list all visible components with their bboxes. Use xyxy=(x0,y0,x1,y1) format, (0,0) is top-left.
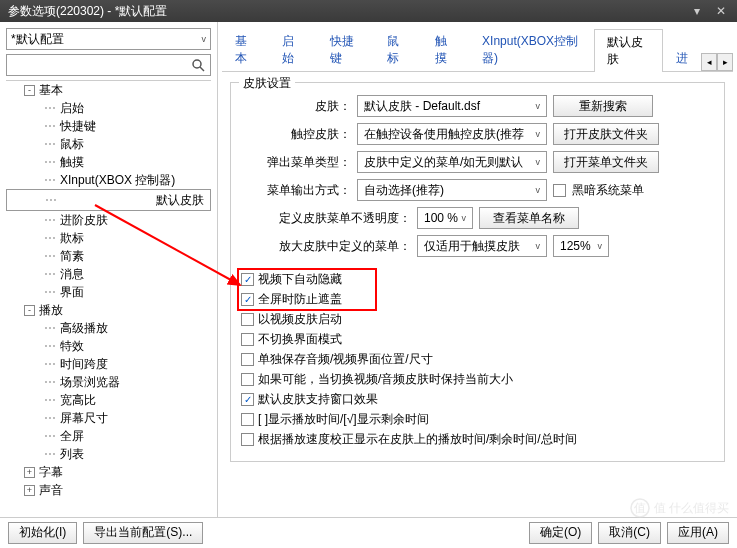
collapse-icon[interactable]: - xyxy=(24,85,35,96)
tree-item[interactable]: ⋯进阶皮肤 xyxy=(6,211,211,229)
minimize-button[interactable]: ▾ xyxy=(685,2,709,20)
tree-item[interactable]: ⋯屏幕尺寸 xyxy=(6,409,211,427)
tree-item[interactable]: ⋯简素 xyxy=(6,247,211,265)
settings-pane: 皮肤设置 皮肤： 默认皮肤 - Default.dsfv 重新搜索 触控皮肤： … xyxy=(218,72,737,517)
tab[interactable]: 快捷键 xyxy=(317,28,375,71)
tree-item[interactable]: ⋯消息 xyxy=(6,265,211,283)
chevron-down-icon: v xyxy=(536,157,541,167)
tab-scroll-left[interactable]: ◂ xyxy=(701,53,717,71)
collapse-icon[interactable]: - xyxy=(24,305,35,316)
checkbox[interactable] xyxy=(241,413,254,426)
tab[interactable]: 启始 xyxy=(269,28,316,71)
init-button[interactable]: 初始化(I) xyxy=(8,522,77,544)
tree-item[interactable]: +字幕 xyxy=(6,463,211,481)
tree-item-label: 全屏 xyxy=(60,428,84,445)
menu-type-select[interactable]: 皮肤中定义的菜单/如无则默认v xyxy=(357,151,547,173)
tree-item-label: 宽高比 xyxy=(60,392,96,409)
svg-point-0 xyxy=(193,60,201,68)
sidebar: *默认配置 v -基本⋯启始⋯快捷键⋯鼠标⋯触摸⋯XInput(XBOX 控制器… xyxy=(0,22,218,517)
tree-item-label: 默认皮肤 xyxy=(156,192,204,209)
touch-skin-label: 触控皮肤： xyxy=(241,126,351,143)
checkbox[interactable]: ✓ xyxy=(241,293,254,306)
close-button[interactable]: ✕ xyxy=(709,2,733,20)
tree-item-label: 快捷键 xyxy=(60,118,96,135)
checkbox[interactable] xyxy=(241,373,254,386)
open-menu-folder-button[interactable]: 打开菜单文件夹 xyxy=(553,151,659,173)
tab[interactable]: 鼠标 xyxy=(374,28,421,71)
menu-output-select[interactable]: 自动选择(推荐)v xyxy=(357,179,547,201)
open-skin-folder-button[interactable]: 打开皮肤文件夹 xyxy=(553,123,659,145)
search-icon[interactable] xyxy=(189,56,207,74)
tree-item-label: 列表 xyxy=(60,446,84,463)
tree-item[interactable]: ⋯特效 xyxy=(6,337,211,355)
view-menu-names-button[interactable]: 查看菜单名称 xyxy=(479,207,579,229)
dark-menu-checkbox[interactable] xyxy=(553,184,566,197)
tab[interactable]: 进 xyxy=(663,45,701,71)
tree-item[interactable]: -播放 xyxy=(6,301,211,319)
zoom-label: 放大皮肤中定义的菜单： xyxy=(241,238,411,255)
checkbox-row: ✓默认皮肤支持窗口效果 xyxy=(241,391,714,408)
checkbox[interactable]: ✓ xyxy=(241,273,254,286)
tree-item-label: 高级播放 xyxy=(60,320,108,337)
tree-item[interactable]: ⋯界面 xyxy=(6,283,211,301)
checkbox[interactable] xyxy=(241,353,254,366)
category-tree[interactable]: -基本⋯启始⋯快捷键⋯鼠标⋯触摸⋯XInput(XBOX 控制器)⋯默认皮肤⋯进… xyxy=(6,80,211,517)
cancel-button[interactable]: 取消(C) xyxy=(598,522,661,544)
checkbox-row: 以视频皮肤启动 xyxy=(241,311,714,328)
tree-item[interactable]: ⋯高级播放 xyxy=(6,319,211,337)
tree-item-label: 鼠标 xyxy=(60,136,84,153)
tree-item[interactable]: ⋯启始 xyxy=(6,99,211,117)
tree-item-label: 欺标 xyxy=(60,230,84,247)
checkbox-label: 单独保存音频/视频界面位置/尺寸 xyxy=(258,351,433,368)
tree-item[interactable]: ⋯全屏 xyxy=(6,427,211,445)
chevron-down-icon: v xyxy=(202,34,207,44)
checkbox[interactable]: ✓ xyxy=(241,393,254,406)
checkbox[interactable] xyxy=(241,433,254,446)
tree-item[interactable]: ⋯默认皮肤 xyxy=(6,189,211,211)
opacity-label: 定义皮肤菜单不透明度： xyxy=(241,210,411,227)
tree-item[interactable]: ⋯触摸 xyxy=(6,153,211,171)
tab-scroll-right[interactable]: ▸ xyxy=(717,53,733,71)
preset-value: *默认配置 xyxy=(11,31,64,48)
search-input[interactable] xyxy=(6,54,211,76)
tree-item[interactable]: ⋯鼠标 xyxy=(6,135,211,153)
tree-item[interactable]: ⋯场景浏览器 xyxy=(6,373,211,391)
checkbox[interactable] xyxy=(241,333,254,346)
checkbox-row: [ ]显示播放时间/[√]显示剩余时间 xyxy=(241,411,714,428)
expand-icon[interactable]: + xyxy=(24,485,35,496)
apply-button[interactable]: 应用(A) xyxy=(667,522,729,544)
tree-item[interactable]: ⋯快捷键 xyxy=(6,117,211,135)
opacity-select[interactable]: 100 %v xyxy=(417,207,473,229)
expand-icon[interactable]: + xyxy=(24,467,35,478)
checkbox-row: ✓全屏时防止遮盖 xyxy=(241,291,714,308)
title-bar: 参数选项(220302) - *默认配置 ▾ ✕ xyxy=(0,0,737,22)
tree-item[interactable]: ⋯列表 xyxy=(6,445,211,463)
preset-select[interactable]: *默认配置 v xyxy=(6,28,211,50)
chevron-down-icon: v xyxy=(462,213,467,223)
chevron-down-icon: v xyxy=(536,101,541,111)
tree-item[interactable]: ⋯时间跨度 xyxy=(6,355,211,373)
ok-button[interactable]: 确定(O) xyxy=(529,522,592,544)
tab[interactable]: 基本 xyxy=(222,28,269,71)
skin-select[interactable]: 默认皮肤 - Default.dsfv xyxy=(357,95,547,117)
zoom-pct-select[interactable]: 125%v xyxy=(553,235,609,257)
tab[interactable]: 触摸 xyxy=(422,28,469,71)
tab[interactable]: 默认皮肤 xyxy=(594,29,663,72)
checkbox-label: 以视频皮肤启动 xyxy=(258,311,342,328)
tree-item[interactable]: +声音 xyxy=(6,481,211,499)
tree-item[interactable]: ⋯欺标 xyxy=(6,229,211,247)
tree-item-label: 基本 xyxy=(39,82,63,99)
tab[interactable]: XInput(XBOX控制器) xyxy=(469,28,594,71)
touch-skin-select[interactable]: 在触控设备使用触控皮肤(推荐v xyxy=(357,123,547,145)
tree-item[interactable]: -基本 xyxy=(6,81,211,99)
tree-item[interactable]: ⋯XInput(XBOX 控制器) xyxy=(6,171,211,189)
svg-text:值: 值 xyxy=(634,501,646,515)
zoom-apply-select[interactable]: 仅适用于触摸皮肤v xyxy=(417,235,547,257)
rescan-button[interactable]: 重新搜索 xyxy=(553,95,653,117)
tree-item-label: 进阶皮肤 xyxy=(60,212,108,229)
tree-item-label: 声音 xyxy=(39,482,63,499)
svg-line-1 xyxy=(200,67,204,71)
export-button[interactable]: 导出当前配置(S)... xyxy=(83,522,203,544)
tree-item[interactable]: ⋯宽高比 xyxy=(6,391,211,409)
checkbox[interactable] xyxy=(241,313,254,326)
